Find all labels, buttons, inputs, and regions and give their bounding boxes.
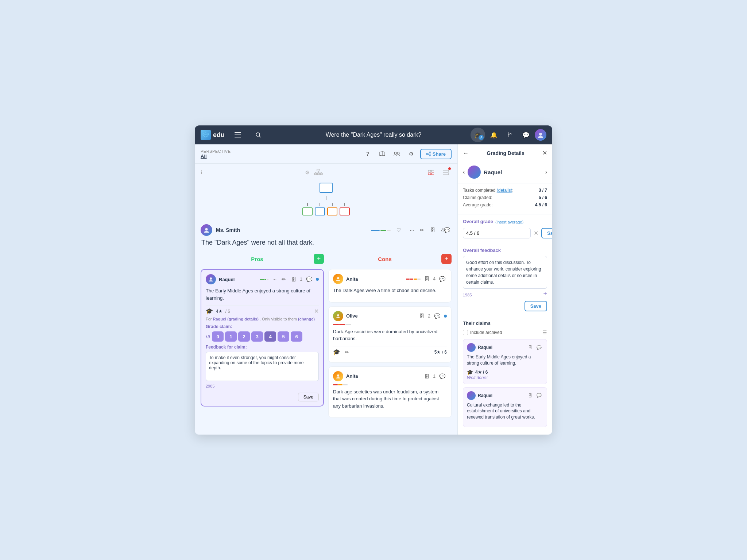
comment-count-button[interactable]: 4💬 [440, 226, 452, 234]
help-button[interactable]: ? [362, 148, 374, 160]
cons-header: Cons + [328, 252, 452, 265]
grading-close-button[interactable]: ✕ [542, 149, 547, 156]
filter-icon[interactable]: ☰ [542, 330, 547, 335]
tasks-value: 3 / 7 [539, 188, 547, 193]
cons-2-comment-button[interactable]: 💬 [438, 373, 447, 380]
chat-button[interactable]: 💬 [519, 128, 533, 142]
grade-0-button[interactable]: 0 [212, 331, 224, 342]
pros-comment-button[interactable]: 💬 [305, 276, 314, 283]
mini-claim-1-user-row: Raquel 🗄 💬 [467, 343, 543, 352]
cons-2-copy-button[interactable]: 🗄 [423, 373, 431, 380]
grid-view-button[interactable] [440, 167, 452, 178]
pros-claim-card: Raquel ··· ✏ 🗄 [201, 269, 324, 407]
user-avatar[interactable] [535, 129, 546, 141]
grade-4-button[interactable]: 4 [264, 331, 276, 342]
hierarchy-icon[interactable] [314, 169, 323, 176]
raquel-link[interactable]: Raquel [213, 317, 227, 321]
logo-text: edu [213, 131, 225, 139]
reading-button[interactable] [376, 148, 388, 160]
cons-1-pencil-button[interactable]: ✏ [343, 349, 351, 356]
teacher-row: Ms. Smith ♡ ··· ✏ 🗄 4💬 [201, 224, 452, 236]
pros-copy-button[interactable]: 🗄 [290, 276, 298, 283]
mini-1-copy-button[interactable]: 🗄 [527, 345, 534, 351]
info-icon[interactable]: ℹ [201, 170, 202, 175]
cons-0-comment-button[interactable]: 💬 [438, 275, 447, 283]
grade-1-button[interactable]: 1 [225, 331, 237, 342]
pros-more-button[interactable]: ··· [271, 276, 278, 283]
cons-card-2-username: Anita [346, 373, 358, 379]
mini-2-comment-button[interactable]: 💬 [535, 392, 543, 398]
grade-2-button[interactable]: 2 [238, 331, 250, 342]
student-nav-row: ‹ Raquel › [458, 161, 552, 183]
archive-checkbox[interactable] [463, 330, 468, 335]
top-nav: edu Were the "Dark Ages" really so dark? [195, 125, 552, 144]
student-prev-button[interactable]: ‹ [463, 169, 465, 175]
add-con-button[interactable]: + [441, 254, 452, 264]
settings-button[interactable]: ⚙ [406, 148, 417, 160]
mini-claim-1-username: Raquel [478, 345, 492, 350]
pros-claim-text: The Early Middle Ages enjoyed a strong c… [206, 287, 319, 302]
overall-grade-input[interactable] [463, 228, 531, 238]
perspective-container: PERSPECTIVE All [201, 149, 231, 159]
logo: edu [201, 130, 225, 140]
pros-edit-button[interactable]: ✏ [280, 276, 287, 283]
cons-card-2-meta: 🗄 1 💬 [423, 373, 447, 380]
clear-grade-button[interactable]: ✕ [534, 230, 538, 237]
group-button[interactable] [391, 148, 403, 160]
cons-0-cap-button[interactable]: 🗄 [423, 275, 431, 283]
mini-1-comment-button[interactable]: 💬 [535, 345, 543, 351]
pros-card-username: Raquel [219, 277, 235, 282]
cons-1-copy-button[interactable]: 🗄 [418, 312, 426, 320]
feedback-year: 1985 [463, 293, 472, 297]
student-next-button[interactable]: › [545, 169, 547, 175]
mini-2-copy-button[interactable]: 🗄 [527, 392, 534, 398]
cons-card-2-user-row: Anita 🗄 1 💬 [333, 371, 447, 381]
search-button[interactable] [251, 128, 266, 142]
settings-icon[interactable]: ⚙ [305, 170, 310, 175]
perspective-value[interactable]: All [201, 153, 231, 159]
grading-details-link[interactable]: (grading details) [227, 317, 259, 321]
cons-label: Cons [328, 256, 441, 262]
add-feedback-button[interactable]: + [543, 290, 547, 298]
reset-grade-button[interactable]: ↺ [206, 333, 210, 340]
mini-claim-2: Raquel 🗄 💬 Cultural exchange led to the … [463, 387, 547, 427]
mini-claim-2-icons: 🗄 💬 [527, 392, 543, 398]
mini-1-grad-icon: 🎓 [467, 369, 473, 375]
graduation-hat-button[interactable]: 🎓 ↗ [471, 128, 485, 142]
grade-3-button[interactable]: 3 [251, 331, 263, 342]
card-save-button[interactable]: Save [298, 393, 319, 401]
insert-avg-link[interactable]: (insert average) [495, 220, 523, 224]
add-pro-button[interactable]: + [314, 254, 324, 264]
flag-button[interactable]: 🏳 [503, 128, 517, 142]
feedback-save-button[interactable]: Save [525, 301, 547, 311]
change-link[interactable]: (change) [298, 317, 315, 321]
svg-rect-12 [317, 173, 320, 175]
student-info: Raquel [468, 166, 542, 179]
overall-save-button[interactable]: Save [541, 228, 552, 238]
cons-card-0-user-row: Anita 🗄 4 💬 [333, 274, 447, 284]
overall-grade-section: Overall grade (insert average) ✕ Save [458, 214, 552, 243]
grading-back-button[interactable]: ← [463, 150, 469, 156]
bell-button[interactable]: 🔔 [487, 128, 501, 142]
edit-button[interactable]: ✏ [418, 226, 426, 234]
app-container: edu Were the "Dark Ages" really so dark? [195, 125, 552, 435]
heart-icon-button[interactable]: ♡ [395, 226, 403, 234]
tasks-details-link[interactable]: (details) [497, 188, 512, 193]
tasks-label: Tasks completed (details): [463, 188, 514, 193]
feedback-textarea[interactable]: To make it even stronger, you might cons… [206, 352, 319, 381]
more-button[interactable]: ··· [409, 226, 416, 234]
student-name-large: Raquel [484, 169, 502, 175]
cons-1-comment-button[interactable]: 💬 [433, 312, 442, 320]
grading-stats: Tasks completed (details): 3 / 7 Claims … [458, 183, 552, 214]
content-section: Ms. Smith ♡ ··· ✏ 🗄 4💬 [195, 220, 457, 252]
pros-close-grade-button[interactable]: ✕ [314, 308, 319, 315]
cons-card-2-avatar [333, 371, 343, 381]
perspective-label: PERSPECTIVE [201, 149, 231, 153]
share-button[interactable]: Share [420, 149, 452, 159]
list-view-button[interactable] [425, 167, 437, 178]
svg-rect-15 [431, 170, 434, 172]
grade-6-button[interactable]: 6 [291, 331, 302, 342]
grade-5-button[interactable]: 5 [278, 331, 289, 342]
hamburger-button[interactable] [231, 128, 245, 142]
copy-button[interactable]: 🗄 [429, 226, 437, 234]
